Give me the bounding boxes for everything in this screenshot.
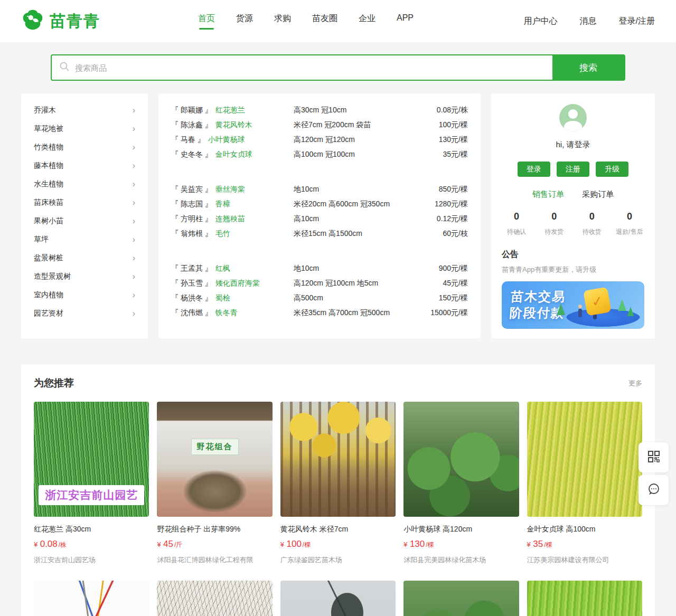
listing-row[interactable]: 『 陈泳鑫 』黄花风铃木 米径7cm 冠200cm 袋苗 100元/棵 (171, 118, 468, 132)
tab-sales-orders[interactable]: 销售订单 (532, 189, 564, 200)
listing-panel: 『 郎颖娜 』红花葱兰 高30cm 冠10cm 0.08元/株 『 陈泳鑫 』黄… (158, 93, 481, 338)
listing-row[interactable]: 『 翁炜根 』毛竹 米径15cm 高1500cm 60元/枝 (171, 226, 468, 241)
nav-enterprise[interactable]: 企业 (359, 13, 375, 30)
product-link[interactable]: 红枫 (215, 264, 230, 272)
sidebar-item-penjing[interactable]: 盆景树桩› (21, 249, 148, 267)
sidebar-item-zaoxing[interactable]: 造型景观树› (21, 267, 148, 286)
product-link[interactable]: 香樟 (215, 200, 230, 208)
sidebar-item-qiaoguanmu[interactable]: 乔灌木› (21, 101, 148, 119)
product-company: 江苏美宗园林建设有限公司 (527, 555, 642, 565)
sidebar-item-miaochuang[interactable]: 苗床秧苗› (21, 193, 148, 212)
product-card[interactable] (527, 581, 642, 616)
product-card[interactable]: 金叶女贞球 高100cm ¥ 35/棵 江苏美宗园林建设有限公司 (527, 402, 642, 565)
sidebar-item-tengben[interactable]: 藤本植物› (21, 156, 148, 175)
category-sidebar: 乔灌木› 草花地被› 竹类植物› 藤本植物› 水生植物› 苗床秧苗› 果树小苗›… (21, 93, 148, 338)
product-image: 野花组合 (157, 402, 272, 517)
product-link[interactable]: 铁冬青 (215, 308, 238, 317)
listing-row[interactable]: 『 沈伟燃 』铁冬青 米径35cm 高700cm 冠500cm 15000元/棵 (171, 306, 468, 320)
search-bar: 搜索 (51, 54, 625, 81)
avatar (559, 104, 587, 131)
product-card[interactable] (157, 581, 272, 616)
chat-button[interactable] (639, 475, 669, 505)
sidebar-item-shuisheng[interactable]: 水生植物› (21, 175, 148, 193)
banner-line1: 苗木交易 (510, 288, 566, 305)
chevron-right-icon: › (133, 235, 135, 244)
listing-row[interactable]: 『 郎颖娜 』红花葱兰 高30cm 冠10cm 0.08元/株 (171, 103, 468, 118)
user-panel: hi, 请登录 登录 注册 升级 销售订单 采购订单 0 待确认 0 待发货 0… (491, 93, 655, 338)
product-card[interactable] (280, 581, 396, 616)
product-card[interactable]: 浙江安吉前山园艺 红花葱兰 高30cm ¥ 0.08/株 浙江安吉前山园艺场 (34, 402, 149, 565)
listing-row[interactable]: 『 马春 』小叶黄杨球 高120cm 冠120cm 130元/棵 (171, 132, 468, 147)
tab-purchase-orders[interactable]: 采购订单 (582, 189, 614, 200)
qr-code-icon (647, 450, 660, 465)
recommend-cards-row2 (34, 581, 642, 616)
qr-code-button[interactable] (639, 442, 669, 472)
recommend-title: 为您推荐 (34, 376, 74, 390)
stat-pending-receive[interactable]: 0 待收货 (578, 211, 606, 236)
product-link[interactable]: 矮化西府海棠 (215, 279, 260, 287)
product-card[interactable] (34, 581, 149, 616)
messages-link[interactable]: 消息 (580, 16, 597, 27)
product-image (403, 402, 519, 517)
sidebar-item-caohuadibei[interactable]: 草花地被› (21, 119, 148, 138)
more-link[interactable]: 更多 (628, 378, 642, 388)
register-button[interactable]: 注册 (557, 162, 589, 177)
listing-row[interactable]: 『 吴益宾 』垂丝海棠 地10cm 850元/棵 (171, 182, 468, 197)
product-link[interactable]: 小叶黄杨球 (208, 135, 245, 144)
tree-icon (618, 299, 626, 311)
nav-supply[interactable]: 货源 (236, 13, 253, 30)
product-price: ¥ 35/棵 (527, 539, 642, 549)
listing-row[interactable]: 『 方明柱 』连翘秧苗 高10cm 0.12元/棵 (171, 212, 468, 226)
sidebar-item-zhulei[interactable]: 竹类植物› (21, 138, 148, 156)
product-card[interactable]: 小叶黄杨球 高120cm ¥ 130/棵 沭阳县完美园林绿化苗木场 (403, 402, 519, 565)
recommend-section: 为您推荐 更多 浙江安吉前山园艺 红花葱兰 高30cm ¥ 0.08/株 浙江安… (21, 365, 655, 616)
product-price: ¥ 130/棵 (403, 539, 519, 549)
product-image (527, 402, 642, 517)
header-right: 用户中心 消息 登录/注册 (524, 16, 655, 27)
chevron-right-icon: › (133, 253, 135, 263)
listing-row[interactable]: 『 陈志国 』香樟 米径20cm 高600cm 冠350cm 1280元/棵 (171, 197, 468, 212)
listing-group: 『 吴益宾 』垂丝海棠 地10cm 850元/棵 『 陈志国 』香樟 米径20c… (171, 182, 468, 241)
promo-banner[interactable]: 苗木交易 阶段付款 ✓ (502, 281, 644, 329)
sidebar-item-yuanyi[interactable]: 园艺资材› (21, 304, 148, 323)
listing-row[interactable]: 『 史冬冬 』金叶女贞球 高100cm 冠100cm 35元/棵 (171, 147, 468, 162)
product-link[interactable]: 金叶女贞球 (215, 150, 252, 158)
product-card[interactable] (403, 581, 519, 616)
listing-row[interactable]: 『 杨洪冬 』蜀桧 高500cm 150元/棵 (171, 291, 468, 306)
product-link[interactable]: 红花葱兰 (215, 106, 245, 114)
nav-app[interactable]: APP (397, 13, 414, 30)
upgrade-button[interactable]: 升级 (596, 162, 628, 177)
product-link[interactable]: 毛竹 (215, 229, 230, 238)
login-register-link[interactable]: 登录/注册 (619, 16, 655, 27)
sidebar-item-caoping[interactable]: 草坪› (21, 230, 148, 249)
search-input[interactable] (75, 63, 545, 72)
listing-row[interactable]: 『 王孟其 』红枫 地10cm 900元/棵 (171, 261, 468, 276)
product-company: 浙江安吉前山园艺场 (34, 555, 149, 565)
product-image (157, 581, 272, 616)
recommend-cards-row1: 浙江安吉前山园艺 红花葱兰 高30cm ¥ 0.08/株 浙江安吉前山园艺场 野… (34, 402, 642, 565)
stat-refund-aftersale[interactable]: 0 退款/售后 (616, 211, 643, 236)
chevron-right-icon: › (133, 198, 135, 207)
sidebar-item-guoshu[interactable]: 果树小苗› (21, 212, 148, 230)
nav-purchase[interactable]: 求购 (274, 13, 291, 30)
nav-home[interactable]: 首页 (198, 13, 215, 30)
search-section: 搜索 (0, 42, 676, 81)
product-image (34, 581, 149, 616)
product-card[interactable]: 黄花风铃木 米径7cm ¥ 100/棵 广东绿鉴园艺苗木场 (280, 402, 396, 565)
sidebar-item-shinei[interactable]: 室内植物› (21, 286, 148, 304)
user-center-link[interactable]: 用户中心 (524, 16, 558, 27)
search-button[interactable]: 搜索 (552, 55, 624, 80)
product-link[interactable]: 黄花风铃木 (215, 120, 252, 129)
product-link[interactable]: 垂丝海棠 (215, 185, 245, 193)
product-price: ¥ 45/斤 (157, 539, 272, 549)
stat-pending-confirm[interactable]: 0 待确认 (503, 211, 530, 236)
product-link[interactable]: 连翘秧苗 (215, 214, 245, 223)
login-button[interactable]: 登录 (518, 162, 550, 177)
stat-pending-ship[interactable]: 0 待发货 (540, 211, 568, 236)
floating-toolbar (639, 442, 669, 508)
nav-circle[interactable]: 苗友圈 (312, 13, 337, 30)
product-card[interactable]: 野花组合 野花组合种子 出芽率99% ¥ 45/斤 沭阳县花汇博园林绿化工程有限 (157, 402, 272, 565)
listing-row[interactable]: 『 孙玉雪 』矮化西府海棠 高120cm 冠100cm 地5cm 45元/棵 (171, 276, 468, 291)
product-link[interactable]: 蜀桧 (215, 293, 230, 302)
brand-logo[interactable]: 苗青青 (21, 8, 100, 34)
